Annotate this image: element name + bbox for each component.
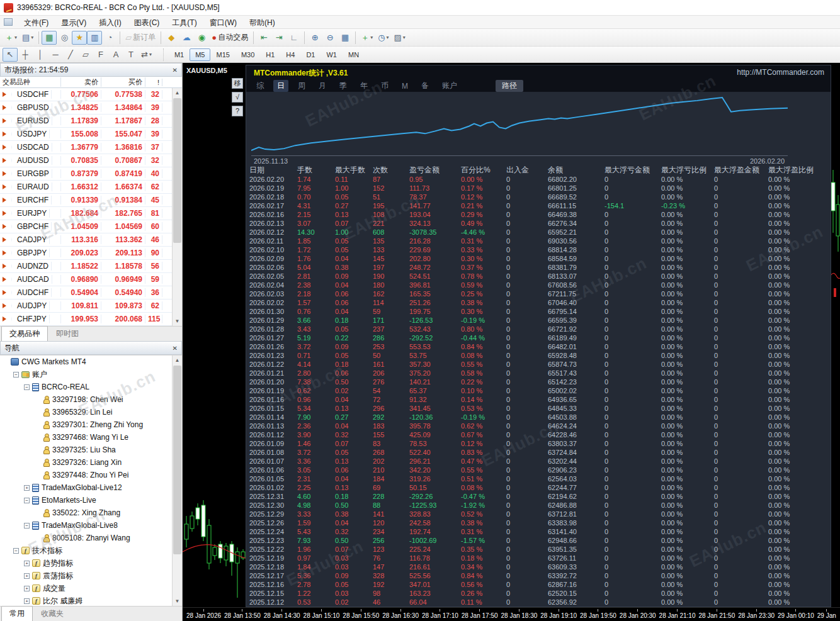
zoom-in-button[interactable]: ⊕ — [307, 31, 322, 45]
new-chart-button[interactable]: ＋▾ — [3, 31, 20, 45]
tree-item[interactable]: 8005108: Zhanyi Wang — [0, 532, 182, 544]
stats-period-tab[interactable]: M — [398, 81, 412, 91]
expand-icon[interactable]: + — [24, 598, 30, 604]
market-watch-row[interactable]: EURJPY182.684182.76581 — [0, 207, 182, 220]
zoom-out-button[interactable]: ⊖ — [322, 31, 338, 45]
stats-period-tab[interactable]: 年 — [356, 80, 372, 92]
panel-side-button-0[interactable]: 移 — [232, 78, 243, 89]
chevron-down-icon[interactable]: ▾ — [403, 35, 406, 40]
data-window-toggle[interactable]: ◎ — [57, 31, 72, 45]
chart-area[interactable]: XAUUSD,M5 移√? — [183, 63, 840, 621]
scroll-down-icon[interactable]: ▼ — [173, 316, 182, 326]
panel-side-button-1[interactable]: √ — [232, 92, 243, 103]
market-watch-row[interactable]: AUDCAD0.968900.9694959 — [0, 273, 182, 286]
chevron-down-icon[interactable]: ▾ — [149, 52, 152, 57]
path-button[interactable]: 路径 — [496, 80, 523, 92]
profiles-button[interactable]: ▤▾ — [20, 31, 36, 45]
menu-item[interactable]: 帮助(H) — [243, 17, 281, 28]
market-watch-row[interactable]: EURGBP0.873790.8741940 — [0, 167, 182, 181]
navigator-scrollbar[interactable]: ▲ ▼ — [172, 355, 182, 606]
tree-item[interactable]: +TradeMaxGlobal-Live12 — [0, 481, 182, 494]
timeframe-m15[interactable]: M15 — [210, 48, 235, 61]
market-watch-row[interactable]: AUDJPY109.811109.87362 — [0, 299, 182, 313]
tile-windows-button[interactable]: ▦ — [338, 31, 353, 45]
market-watch-row[interactable]: EURAUD1.663121.6637462 — [0, 181, 182, 194]
navigator-tab[interactable]: 收藏夹 — [33, 606, 72, 621]
text-tool[interactable]: A — [108, 48, 123, 62]
tree-item[interactable]: 33297325: Liu Sha — [0, 444, 182, 456]
collapse-icon[interactable]: − — [24, 384, 30, 390]
cursor-tool[interactable]: ↖ — [3, 48, 18, 62]
stats-period-tab[interactable]: 月 — [315, 80, 330, 92]
tree-item[interactable]: −BCRCo-REAL — [0, 381, 182, 393]
market-watch-row[interactable]: GBPCHF1.045091.0456960 — [0, 220, 182, 233]
expand-icon[interactable]: + — [24, 485, 30, 491]
stats-period-tab[interactable]: 账户 — [438, 80, 461, 92]
tree-item[interactable]: 33297326: Liang Xin — [0, 456, 182, 469]
stats-period-tab[interactable]: 季 — [336, 80, 351, 92]
chevron-down-icon[interactable]: ▾ — [387, 35, 389, 40]
tree-item[interactable]: 33297468: Wang Yi Le — [0, 431, 182, 444]
crosshair-tool[interactable]: ┼ — [18, 48, 33, 62]
tree-item[interactable]: +f震荡指标 — [0, 569, 182, 582]
market-watch-row[interactable]: AUDCHF0.549040.5494036 — [0, 286, 182, 299]
scroll-up-icon[interactable]: ▲ — [173, 355, 182, 365]
panel-side-button-2[interactable]: ? — [232, 106, 243, 116]
fibonacci-tool[interactable]: F — [93, 48, 108, 62]
market-watch-row[interactable]: AUDUSD0.708350.7086732 — [0, 154, 182, 167]
scroll-down-icon[interactable]: ▼ — [173, 596, 182, 606]
timeframe-h1[interactable]: H1 — [260, 48, 280, 61]
vertical-line-tool[interactable]: │ — [33, 48, 48, 62]
market-watch-row[interactable]: GBPUSD1.348251.3486439 — [0, 101, 182, 115]
close-icon[interactable]: ✕ — [173, 67, 178, 74]
terminal-toggle[interactable]: ▥ — [87, 31, 102, 45]
collapse-icon[interactable]: − — [24, 498, 30, 503]
menu-item[interactable]: 窗口(W) — [203, 17, 243, 28]
market-watch-row[interactable]: CADJPY113.316113.36246 — [0, 233, 182, 247]
signals-button[interactable]: ◉ — [194, 31, 209, 45]
menu-item[interactable]: 工具(T) — [166, 17, 203, 28]
collapse-icon[interactable]: − — [24, 523, 30, 529]
mql5-cloud-button[interactable]: ☁ — [179, 31, 194, 45]
market-watch-row[interactable]: AUDNZD1.185221.1857856 — [0, 260, 182, 273]
market-watch-row[interactable]: USDCHF0.775060.7753832 — [0, 88, 182, 101]
timeframe-m30[interactable]: M30 — [236, 48, 260, 61]
timeframe-w1[interactable]: W1 — [321, 48, 343, 61]
scroll-up-icon[interactable]: ▲ — [173, 88, 182, 98]
timeframe-m5[interactable]: M5 — [190, 48, 210, 61]
close-icon[interactable]: ✕ — [173, 345, 178, 352]
new-order-button[interactable]: ▱新订单 — [123, 31, 158, 45]
autotrading-button[interactable]: ●自动交易 — [209, 31, 251, 45]
market-watch-scrollbar[interactable]: ▲ ▼ — [172, 88, 182, 326]
strategy-tester-toggle[interactable]: ◔ — [102, 31, 117, 45]
timeframe-mn[interactable]: MN — [343, 48, 365, 61]
candle-chart-mode-button[interactable]: ⇥ — [271, 31, 287, 45]
channel-tool[interactable]: ▱ — [78, 48, 93, 62]
indicators-button[interactable]: ＋▾ — [358, 31, 375, 45]
tree-item[interactable]: 33965329: Lin Lei — [0, 406, 182, 418]
tree-item[interactable]: 33297198: Chen Wei — [0, 393, 182, 406]
scroll-thumb[interactable] — [173, 366, 181, 554]
stats-period-tab[interactable]: 周 — [294, 80, 309, 92]
tree-item[interactable]: +f趋势指标 — [0, 557, 182, 569]
menu-item[interactable]: 插入(I) — [93, 17, 127, 28]
market-watch-row[interactable]: GBPJPY209.023209.11390 — [0, 247, 182, 260]
market-watch-toggle[interactable]: ▦ — [42, 31, 57, 45]
arrows-tool[interactable]: ⇄▾ — [139, 48, 154, 62]
market-watch-row[interactable]: EURUSD1.178391.1786728 — [0, 115, 182, 128]
market-watch-row[interactable]: EURCHF0.913390.9138445 — [0, 194, 182, 207]
tree-item[interactable]: −EtoMarkets-Live — [0, 494, 182, 506]
scroll-thumb[interactable] — [173, 98, 181, 243]
navigator-toggle[interactable]: ★ — [72, 31, 87, 45]
tree-item[interactable]: +f成交量 — [0, 582, 182, 595]
menu-item[interactable]: 图表(C) — [128, 17, 166, 28]
tree-item[interactable]: 33297301: Zheng Zhi Yong — [0, 418, 182, 431]
stats-period-tab[interactable]: 币 — [377, 80, 392, 92]
timeframe-d1[interactable]: D1 — [300, 48, 321, 61]
collapse-icon[interactable]: − — [13, 548, 19, 554]
chevron-down-icon[interactable]: ▾ — [370, 35, 373, 40]
tree-item[interactable]: +f比尔 威廉姆 — [0, 595, 182, 606]
stats-period-tab[interactable]: 备 — [417, 80, 433, 92]
timeframe-m1[interactable]: M1 — [169, 48, 190, 61]
panel-url-link[interactable]: http://MTCommander.com — [737, 68, 824, 77]
